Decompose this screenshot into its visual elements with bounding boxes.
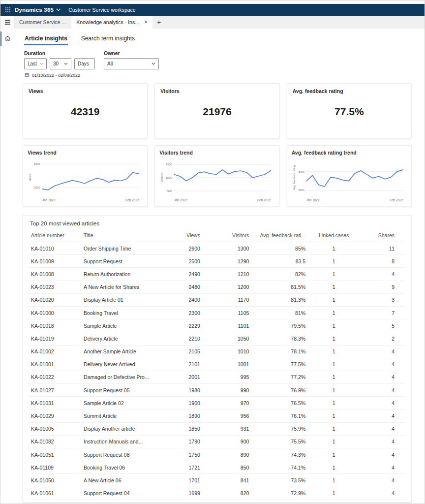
cell-article-number: KA-01009 xyxy=(29,255,82,268)
kpi-value: 77.5% xyxy=(293,94,406,133)
articles-table-body: KA-01010 Order Shipping Time 2600 1300 8… xyxy=(29,242,405,500)
waffle-menu-icon[interactable] xyxy=(5,7,10,12)
tab-article-insights[interactable]: Article insights xyxy=(24,32,68,45)
cell-views: 2480 xyxy=(164,281,202,293)
svg-text:Jan 2022: Jan 2022 xyxy=(174,198,187,202)
cell-visitors: 1200 xyxy=(202,281,251,293)
table-row[interactable]: KA-01008 Return Authorization 2490 1210 … xyxy=(29,268,405,281)
cell-feedback-rating: 74.1% xyxy=(251,461,307,474)
table-row[interactable]: KA-01051 Support Request 08 1750 890 74.… xyxy=(29,448,405,461)
app-title[interactable]: Dynamics 365 xyxy=(15,7,54,13)
hamburger-button[interactable] xyxy=(0,16,14,29)
table-row[interactable]: KA-01031 Sample Article 02 1900 970 76.5… xyxy=(29,397,405,410)
cell-title: Instruction Manuals and... xyxy=(82,435,164,448)
svg-text:80%: 80% xyxy=(299,170,305,173)
cell-views: 1750 xyxy=(164,448,202,461)
col-article-number[interactable]: Article number xyxy=(29,229,82,242)
cell-visitors: 1300 xyxy=(202,242,251,255)
kpi-row: Views 42319 Visitors 21976 Avg. feedback… xyxy=(23,83,412,138)
trend-row: Views trend 20003000ViewsJan 2022Feb 202… xyxy=(23,145,412,206)
table-row[interactable]: KA-01010 Order Shipping Time 2600 1300 8… xyxy=(29,242,405,255)
svg-text:2000: 2000 xyxy=(34,186,41,189)
table-row[interactable]: KA-01027 Support Request 05 1980 990 76.… xyxy=(29,384,405,397)
calendar-icon xyxy=(25,72,30,78)
table-row[interactable]: KA-01082 Instruction Manuals and... 1790… xyxy=(29,435,405,448)
col-title[interactable]: Title xyxy=(82,229,164,242)
tab-knowledge-analytics[interactable]: Knowledge analytics - Ins... × xyxy=(71,16,152,29)
chart-title: Avg. feedback rating trend xyxy=(292,150,407,156)
cell-shares: 5 xyxy=(360,319,405,332)
left-sidebar xyxy=(0,29,14,504)
owner-select[interactable]: All xyxy=(104,58,159,69)
col-linked-cases[interactable]: Linked cases xyxy=(307,229,360,242)
table-header-row: Article number Title Views Visitors Avg.… xyxy=(29,229,405,242)
col-views[interactable]: Views xyxy=(164,229,202,242)
table-row[interactable]: KA-01022 Damaged or Defective Pro... 200… xyxy=(29,371,405,383)
cell-linked-cases: 1 xyxy=(307,332,360,345)
table-row[interactable]: KA-01029 Summit Article 1890 956 76.1% 1… xyxy=(29,410,405,422)
duration-filter-group: Duration Last 30 Days xyxy=(24,50,95,69)
sidebar-item-home[interactable] xyxy=(0,32,14,46)
table-row[interactable]: KA-01109 Booking Travel 06 1721 850 74.1… xyxy=(29,461,405,474)
table-row[interactable]: KA-01019 Delivery Article 2210 1050 78.3… xyxy=(29,332,405,345)
window-top-margin xyxy=(0,0,425,4)
table-row[interactable]: KA-01009 Support Request 2500 1290 83.5 … xyxy=(29,255,405,268)
cell-shares: 4 xyxy=(360,487,405,500)
cell-title: Summit Article xyxy=(82,410,164,422)
duration-unit-box[interactable]: Days xyxy=(74,58,95,69)
cell-feedback-rating: 81.5% xyxy=(251,281,307,293)
cell-article-number: KA-01109 xyxy=(29,461,82,474)
cell-title: Support Request 05 xyxy=(82,384,164,397)
cell-shares: 4 xyxy=(360,422,405,435)
table-row[interactable]: KA-01001 Delivery Never Arrived 2101 100… xyxy=(29,358,405,371)
cell-views: 1900 xyxy=(164,397,202,410)
cell-article-number: KA-01023 xyxy=(29,281,82,293)
tab-customer-service[interactable]: Customer Service ... xyxy=(14,16,71,29)
col-visitors[interactable]: Visitors xyxy=(202,229,251,242)
table-row[interactable]: KA-01050 A New Article 06 1701 841 73.5%… xyxy=(29,474,405,487)
chevron-down-icon[interactable] xyxy=(56,8,61,11)
owner-value: All xyxy=(107,61,113,66)
duration-unit-value: Days xyxy=(78,61,89,66)
cell-views: 1701 xyxy=(164,474,202,487)
duration-count-select[interactable]: 30 xyxy=(50,58,71,69)
app-tabstrip: Customer Service ... Knowledge analytics… xyxy=(14,16,425,29)
svg-text:Visitors: Visitors xyxy=(160,173,163,182)
cell-visitors: 850 xyxy=(202,461,251,474)
tab-search-term-insights[interactable]: Search term insights xyxy=(81,32,135,45)
cell-linked-cases: 1 xyxy=(307,281,360,293)
cell-shares: 4 xyxy=(360,345,405,358)
visitors-trend-chart: 50010001500VisitorsJan 2022Feb 2022 xyxy=(159,157,274,203)
workspace-title: Customer Service workspace xyxy=(68,7,136,13)
visitors-trend-card: Visitors trend 50010001500VisitorsJan 20… xyxy=(154,145,279,206)
chart-title: Views trend xyxy=(28,150,143,156)
cell-title: Another Sample Article xyxy=(82,345,164,358)
cell-visitors: 1010 xyxy=(202,345,251,358)
table-row[interactable]: KA-01061 Support Request 04 1699 820 72.… xyxy=(29,487,405,500)
cell-visitors: 1105 xyxy=(202,306,251,319)
cell-article-number: KA-01022 xyxy=(29,371,82,383)
col-feedback-rating[interactable]: Avg. feedback rati... xyxy=(251,229,307,242)
cell-shares: 4 xyxy=(360,461,405,474)
close-icon[interactable]: × xyxy=(144,19,148,25)
main-content: Article insights Search term insights Du… xyxy=(14,29,425,504)
new-tab-button[interactable]: + xyxy=(152,16,165,29)
table-row[interactable]: KA-01002 Another Sample Article 2105 101… xyxy=(29,345,405,358)
cell-shares: 4 xyxy=(360,371,405,383)
duration-range-select[interactable]: Last xyxy=(24,58,47,69)
cell-article-number: KA-01005 xyxy=(29,422,82,435)
table-row[interactable]: KA-01023 A New Article for Shares 2480 1… xyxy=(29,281,405,293)
kpi-value: 21976 xyxy=(160,94,273,133)
cell-views: 2300 xyxy=(164,306,202,319)
svg-text:Feb 2022: Feb 2022 xyxy=(125,198,139,202)
cell-shares: 2 xyxy=(360,332,405,345)
table-row[interactable]: KA-01018 Sample Article 2229 1101 79.5% … xyxy=(29,319,405,332)
cell-article-number: KA-01018 xyxy=(29,319,82,332)
table-row[interactable]: KA-01000 Booking Travel 2300 1105 81% 1 … xyxy=(29,306,405,319)
table-row[interactable]: KA-01005 Display Another article 1850 93… xyxy=(29,422,405,435)
col-shares[interactable]: Shares xyxy=(360,229,405,242)
cell-shares: 4 xyxy=(360,435,405,448)
cell-linked-cases: 1 xyxy=(307,268,360,281)
table-row[interactable]: KA-01020 Display Article 01 2400 1170 81… xyxy=(29,293,405,306)
cell-linked-cases: 1 xyxy=(307,487,360,500)
